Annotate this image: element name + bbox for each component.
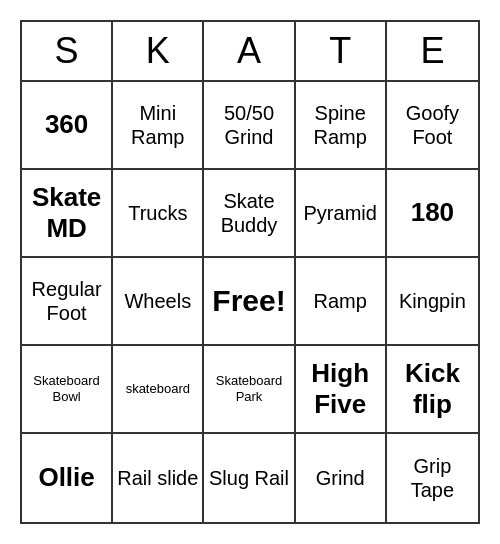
- grid-cell-7[interactable]: Skate Buddy: [204, 170, 295, 258]
- grid-cell-21[interactable]: Rail slide: [113, 434, 204, 522]
- grid-cell-4[interactable]: Goofy Foot: [387, 82, 478, 170]
- header-letter-a: A: [204, 22, 295, 80]
- grid-cell-15[interactable]: Skateboard Bowl: [22, 346, 113, 434]
- grid-cell-23[interactable]: Grind: [296, 434, 387, 522]
- header-letter-k: K: [113, 22, 204, 80]
- grid-cell-6[interactable]: Trucks: [113, 170, 204, 258]
- grid-cell-24[interactable]: Grip Tape: [387, 434, 478, 522]
- grid-cell-2[interactable]: 50/50 Grind: [204, 82, 295, 170]
- grid-cell-11[interactable]: Wheels: [113, 258, 204, 346]
- grid-cell-9[interactable]: 180: [387, 170, 478, 258]
- grid-cell-14[interactable]: Kingpin: [387, 258, 478, 346]
- grid-cell-19[interactable]: Kick flip: [387, 346, 478, 434]
- header-row: SKATE: [22, 22, 478, 82]
- grid-cell-22[interactable]: Slug Rail: [204, 434, 295, 522]
- grid-cell-17[interactable]: Skateboard Park: [204, 346, 295, 434]
- grid-cell-10[interactable]: Regular Foot: [22, 258, 113, 346]
- grid-cell-13[interactable]: Ramp: [296, 258, 387, 346]
- bingo-grid: 360Mini Ramp50/50 GrindSpine RampGoofy F…: [22, 82, 478, 522]
- grid-cell-1[interactable]: Mini Ramp: [113, 82, 204, 170]
- grid-cell-18[interactable]: High Five: [296, 346, 387, 434]
- grid-cell-0[interactable]: 360: [22, 82, 113, 170]
- grid-cell-5[interactable]: Skate MD: [22, 170, 113, 258]
- grid-cell-3[interactable]: Spine Ramp: [296, 82, 387, 170]
- header-letter-e: E: [387, 22, 478, 80]
- header-letter-t: T: [296, 22, 387, 80]
- grid-cell-8[interactable]: Pyramid: [296, 170, 387, 258]
- bingo-card: SKATE 360Mini Ramp50/50 GrindSpine RampG…: [20, 20, 480, 524]
- header-letter-s: S: [22, 22, 113, 80]
- grid-cell-16[interactable]: skateboard: [113, 346, 204, 434]
- grid-cell-20[interactable]: Ollie: [22, 434, 113, 522]
- grid-cell-12[interactable]: Free!: [204, 258, 295, 346]
